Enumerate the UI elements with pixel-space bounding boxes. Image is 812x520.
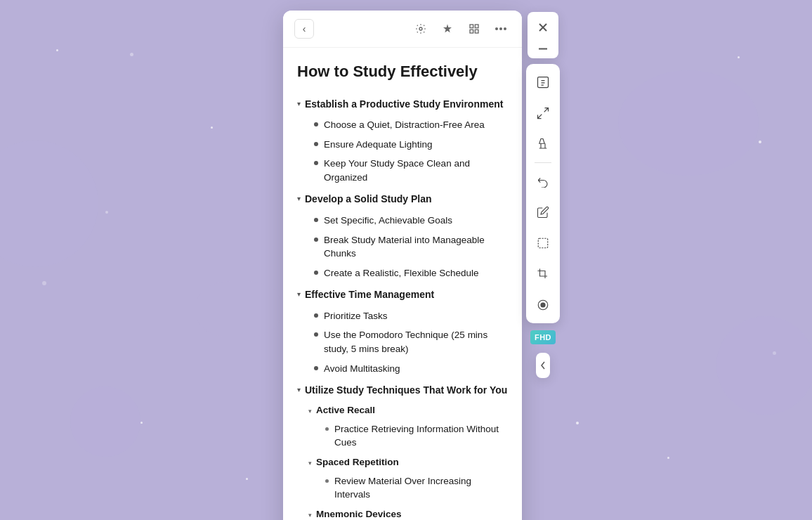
- section-establish-list: Choose a Quiet, Distraction-Free Area En…: [297, 115, 508, 187]
- grid-icon-btn[interactable]: [464, 19, 484, 39]
- nested-mnemonic-title: Mnemonic Devices: [316, 509, 402, 519]
- section-time-mgmt-title: Effective Time Management: [305, 288, 434, 302]
- tools-panel: [526, 64, 560, 323]
- section-study-plan-toggle: [297, 195, 301, 202]
- close-button[interactable]: [530, 15, 556, 40]
- bullet-text: Use the Pomodoro Technique (25 mins stud…: [324, 328, 508, 356]
- bullet-dot: [314, 271, 318, 275]
- more-options-btn[interactable]: [491, 19, 511, 39]
- top-bar-left: ‹: [294, 19, 314, 39]
- bullet-dot: [325, 427, 329, 431]
- content-area: How to Study Effectively Establish a Pro…: [283, 48, 522, 520]
- bullet-text: Avoid Multitasking: [324, 362, 400, 376]
- list-item: Choose a Quiet, Distraction-Free Area: [314, 115, 508, 135]
- section-time-mgmt-toggle: [297, 290, 301, 298]
- document-title: How to Study Effectively: [297, 62, 508, 82]
- section-techniques-toggle: [297, 386, 301, 394]
- svg-rect-3: [470, 30, 473, 33]
- list-item: Ensure Adequate Lighting: [314, 135, 508, 155]
- section-techniques-header[interactable]: Utilize Study Techniques That Work for Y…: [297, 381, 508, 401]
- fhd-badge[interactable]: FHD: [530, 330, 556, 344]
- nested-active-recall-title: Active Recall: [316, 405, 375, 415]
- list-item: Set Specific, Achievable Goals: [314, 211, 508, 230]
- nested-active-recall-header[interactable]: Active Recall: [308, 402, 508, 418]
- nested-active-recall-toggle: [308, 408, 312, 415]
- svg-point-5: [495, 27, 498, 30]
- section-study-plan-list: Set Specific, Achievable Goals Break Stu…: [297, 211, 508, 282]
- svg-rect-12: [538, 238, 548, 248]
- nested-active-recall: Active Recall Practice Retrieving Inform…: [297, 402, 508, 453]
- section-study-plan-title: Develop a Solid Study Plan: [305, 193, 431, 207]
- section-time-mgmt-header[interactable]: Effective Time Management: [297, 285, 508, 305]
- bullet-text: Review Material Over Increasing Interval…: [334, 474, 508, 502]
- toolbar-divider: [535, 162, 551, 163]
- bullet-dot: [314, 161, 318, 165]
- bullet-dot: [325, 479, 329, 483]
- list-item: Prioritize Tasks: [314, 306, 508, 326]
- bullet-dot: [314, 366, 318, 370]
- selection-tool-btn[interactable]: [530, 70, 556, 95]
- bullet-text: Practice Retrieving Information Without …: [334, 422, 508, 450]
- document-panel: ‹: [283, 11, 522, 520]
- pin-tool-btn[interactable]: [530, 131, 556, 157]
- top-bar-icons: [411, 19, 511, 39]
- undo-tool-btn[interactable]: [530, 169, 556, 194]
- bullet-text: Keep Your Study Space Clean and Organize…: [324, 157, 508, 184]
- bullet-dot: [314, 218, 318, 222]
- nested-spaced-repetition-toggle: [308, 460, 312, 467]
- bullet-dot: [314, 313, 318, 318]
- section-time-mgmt-list: Prioritize Tasks Use the Pomodoro Techni…: [297, 306, 508, 378]
- nested-mnemonic-header[interactable]: Mnemonic Devices: [308, 506, 508, 520]
- top-bar: ‹: [283, 11, 522, 48]
- right-toolbar: FHD: [526, 12, 560, 378]
- section-establish-header[interactable]: Establish a Productive Study Environment: [297, 95, 508, 115]
- list-item: Practice Retrieving Information Without …: [325, 420, 508, 453]
- list-item: Use the Pomodoro Technique (25 mins stud…: [314, 325, 508, 358]
- bullet-text: Ensure Adequate Lighting: [324, 138, 433, 152]
- layers-tool-btn[interactable]: [530, 230, 556, 256]
- svg-rect-2: [475, 25, 478, 28]
- crop-tool-btn[interactable]: [530, 261, 556, 287]
- bullet-text: Set Specific, Achievable Goals: [324, 214, 452, 228]
- svg-rect-4: [475, 30, 478, 33]
- list-item: Review Material Over Increasing Interval…: [325, 472, 508, 505]
- nested-spaced-repetition: Spaced Repetition Review Material Over I…: [297, 454, 508, 505]
- svg-point-0: [419, 27, 422, 30]
- list-item: Create a Realistic, Flexible Schedule: [314, 264, 508, 283]
- fhd-container: FHD: [530, 330, 556, 344]
- nested-spaced-repetition-title: Spaced Repetition: [316, 457, 399, 467]
- record-tool-btn[interactable]: [530, 292, 556, 318]
- bullet-text: Break Study Material into Manageable Chu…: [324, 233, 508, 261]
- bullet-text: Choose a Quiet, Distraction-Free Area: [324, 118, 485, 132]
- bullet-dot: [314, 332, 318, 337]
- list-item: Keep Your Study Space Clean and Organize…: [314, 154, 508, 187]
- nested-spaced-repetition-list: Review Material Over Increasing Interval…: [308, 472, 508, 505]
- svg-rect-11: [538, 77, 549, 88]
- bullet-dot: [314, 238, 318, 242]
- section-techniques: Utilize Study Techniques That Work for Y…: [297, 381, 508, 520]
- back-button[interactable]: ‹: [294, 19, 314, 39]
- fullscreen-tool-btn[interactable]: [530, 100, 556, 126]
- section-study-plan: Develop a Solid Study Plan Set Specific,…: [297, 190, 508, 282]
- nested-spaced-repetition-header[interactable]: Spaced Repetition: [308, 454, 508, 470]
- section-establish-title: Establish a Productive Study Environment: [305, 98, 503, 112]
- bullet-dot: [314, 122, 318, 126]
- section-establish: Establish a Productive Study Environment…: [297, 95, 508, 188]
- section-time-mgmt: Effective Time Management Prioritize Tas…: [297, 285, 508, 378]
- bullet-text: Create a Realistic, Flexible Schedule: [324, 266, 479, 280]
- minimize-button[interactable]: [530, 41, 556, 56]
- section-study-plan-header[interactable]: Develop a Solid Study Plan: [297, 190, 508, 209]
- sparkle-icon-btn[interactable]: [438, 19, 457, 39]
- section-techniques-title: Utilize Study Techniques That Work for Y…: [305, 384, 507, 398]
- edit-tool-btn[interactable]: [530, 200, 556, 225]
- list-item: Break Study Material into Manageable Chu…: [314, 230, 508, 264]
- svg-point-13: [541, 303, 545, 307]
- section-establish-toggle: [297, 100, 301, 108]
- bullet-text: Prioritize Tasks: [324, 309, 388, 323]
- settings-icon-btn[interactable]: [411, 19, 431, 39]
- svg-rect-1: [470, 25, 473, 28]
- back-icon: ‹: [303, 23, 306, 34]
- list-item: Avoid Multitasking: [314, 359, 508, 379]
- expand-panel-btn[interactable]: [536, 353, 550, 378]
- bullet-dot: [314, 142, 318, 146]
